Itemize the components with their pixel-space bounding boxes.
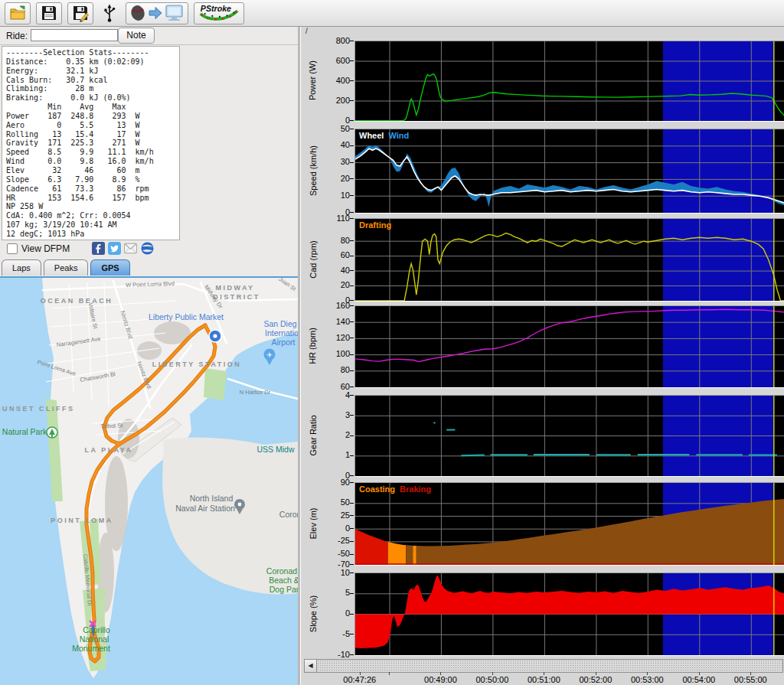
- chart-elev-canvas: [355, 483, 784, 565]
- left-panel: Ride: Note --------Selection Stats------…: [0, 27, 300, 685]
- usb-icon: [102, 3, 117, 24]
- chart-gear[interactable]: [354, 395, 784, 477]
- map-label: Dog Par: [270, 585, 298, 594]
- map-canvas: OCEAN BEACHW Point Loma BlvdMIDWAYDISTRI…: [0, 278, 298, 685]
- stats-line: NP 258 W: [6, 202, 179, 211]
- y-tick-mark: [350, 503, 354, 504]
- stats-line: Speed 8.5 9.9 11.1 km/h: [6, 148, 179, 157]
- elevation-area: [413, 546, 416, 565]
- scrollbar-track[interactable]: [317, 660, 782, 672]
- stats-line: Energy: 32.1 kJ: [6, 67, 179, 76]
- y-tick-label: -10: [321, 650, 350, 659]
- y-tick-mark: [350, 41, 354, 41]
- map-label: Monument: [72, 644, 110, 653]
- tab-gps[interactable]: GPS: [90, 259, 129, 276]
- y-tick-label: 20: [321, 174, 350, 183]
- selection-region: [663, 129, 774, 213]
- device-download-button[interactable]: [126, 2, 188, 24]
- stats-line: HR 153 154.6 157 bpm: [6, 194, 179, 203]
- chart-gear-canvas: [355, 396, 784, 476]
- save-button[interactable]: [36, 2, 62, 24]
- x-tick-label: 00:47:26: [333, 675, 387, 684]
- y-tick-label: 110: [321, 214, 350, 223]
- y-tick-mark: [350, 415, 354, 416]
- ride-name-input[interactable]: [31, 29, 118, 41]
- time-scrollbar[interactable]: ◀: [304, 659, 783, 673]
- dfpm-row: View DFPM: [0, 240, 298, 259]
- open-folder-icon: [8, 4, 27, 22]
- google-earth-icon[interactable]: [141, 242, 154, 255]
- chart-hr[interactable]: [354, 305, 784, 388]
- stats-line: 107 kg; 3/19/20 10:41 AM: [6, 220, 179, 230]
- chart-panel: / 0200400600800Power (W)01020304050Speed…: [300, 27, 784, 685]
- save-floppy-icon: [40, 4, 58, 22]
- view-dfpm-checkbox[interactable]: [7, 243, 18, 254]
- stats-line: Rolling 13 15.4 17 W: [6, 130, 179, 139]
- chart-slope[interactable]: [354, 572, 784, 656]
- y-tick-mark: [350, 240, 354, 241]
- y-tick-label: 90: [321, 478, 350, 487]
- y-tick-label: 40: [321, 266, 350, 275]
- save-as-floppy-pencil-icon: [71, 4, 90, 22]
- y-axis-title-cadence: Cad (rpm): [308, 218, 318, 300]
- stats-line: Elev 32 46 60 m: [6, 166, 179, 175]
- legend-item: Coasting: [359, 484, 395, 494]
- map-start-marker[interactable]: [209, 330, 221, 342]
- stats-line: Min Avg Max: [6, 103, 179, 112]
- y-tick-label: 40: [321, 140, 350, 149]
- x-tick-label: 00:54:00: [672, 675, 726, 684]
- stats-line: Cals Burn: 30.7 kcal: [6, 76, 179, 85]
- chart-elev[interactable]: [354, 482, 784, 566]
- y-tick-mark: [350, 218, 354, 219]
- y-tick-mark: [350, 321, 354, 322]
- gps-map[interactable]: OCEAN BEACHW Point Loma BlvdMIDWAYDISTRI…: [0, 276, 298, 685]
- selection-stats: --------Selection Stats--------Distance:…: [2, 46, 180, 240]
- legend-item: Braking: [400, 484, 431, 494]
- map-label: San Dieg: [263, 319, 296, 328]
- x-tick-label: 00:51:00: [517, 675, 570, 684]
- y-axis-title-speed: Speed (km/h): [308, 129, 318, 212]
- y-tick-mark: [350, 515, 354, 516]
- y-tick-label: 1: [321, 450, 350, 459]
- y-tick-mark: [350, 455, 354, 456]
- y-tick-mark: [350, 614, 354, 615]
- twitter-icon[interactable]: [108, 242, 121, 255]
- y-tick-label: 25: [321, 510, 350, 520]
- powermeter-to-computer-icon: [129, 3, 185, 23]
- tab-peaks[interactable]: Peaks: [44, 259, 89, 276]
- map-label: SUNSET CLIFFS: [0, 405, 75, 413]
- y-tick-mark: [350, 300, 354, 301]
- usb-button[interactable]: [99, 2, 120, 24]
- y-tick-label: 4: [321, 390, 350, 400]
- y-tick-mark: [350, 654, 354, 655]
- email-icon[interactable]: [124, 242, 137, 255]
- stats-line: CdA: 0.400 m^2; Crr: 0.0054: [6, 211, 179, 220]
- y-axis-title-elev: Elev (m): [308, 482, 318, 564]
- save-as-button[interactable]: [67, 2, 93, 24]
- x-tick-label: 00:50:00: [466, 675, 519, 684]
- chart-power[interactable]: [354, 41, 784, 122]
- pstroke-logo-button[interactable]: PStroke: [194, 2, 244, 24]
- y-tick-mark: [350, 145, 354, 146]
- stats-line: Distance: 0.35 km (0:02:09): [6, 57, 179, 67]
- open-button[interactable]: [5, 2, 31, 24]
- y-tick-label: 0: [321, 524, 350, 533]
- elevation-area: [388, 542, 407, 565]
- note-button[interactable]: Note: [118, 28, 155, 44]
- legend-elev: CoastingBraking: [359, 484, 436, 494]
- y-tick-mark: [350, 80, 354, 81]
- scrollbar-left-arrow[interactable]: ◀: [305, 660, 317, 672]
- y-tick-mark: [350, 60, 354, 61]
- tab-laps[interactable]: Laps: [2, 259, 41, 276]
- y-tick-label: 20: [321, 280, 350, 289]
- y-tick-mark: [350, 305, 354, 306]
- map-label: USS Midw: [256, 445, 294, 454]
- x-tick-label: 00:49:00: [413, 675, 467, 684]
- y-tick-mark: [350, 554, 354, 555]
- x-tick-mark: [389, 672, 390, 675]
- stats-line: Aero 0 5.5 13 W: [6, 121, 179, 130]
- chart-speed[interactable]: [354, 129, 784, 214]
- chart-cadence[interactable]: [354, 218, 784, 302]
- facebook-icon[interactable]: [92, 242, 105, 255]
- stats-line: Gravity 171 225.3 271 W: [6, 139, 179, 148]
